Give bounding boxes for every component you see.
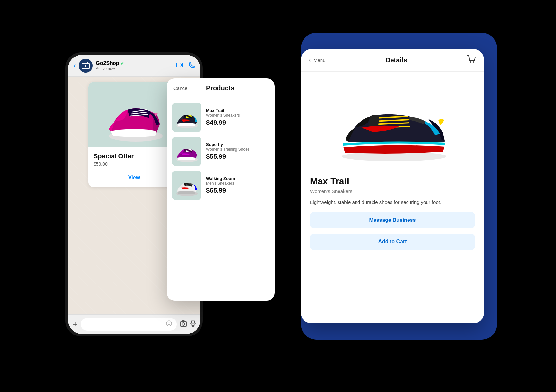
add-to-cart-button[interactable]: Add to Cart — [310, 234, 475, 250]
product-thumbnail-1 — [172, 103, 201, 132]
svg-point-10 — [168, 323, 169, 323]
chat-input[interactable] — [81, 318, 177, 331]
product-card-divider — [94, 171, 175, 171]
chat-header: ‹ Go2Shop ✓ Active now — [68, 55, 200, 77]
product-card-view-button[interactable]: View — [94, 175, 175, 182]
product-name-2: Superfly — [206, 142, 250, 147]
chat-name: Go2Shop ✓ — [96, 60, 173, 66]
detail-panel-body: Max Trail Women's Sneakers Lightweight, … — [301, 170, 484, 323]
list-item[interactable]: Max Trail Women's Sneakers $49.99 — [172, 103, 269, 132]
product-price-1: $49.99 — [206, 119, 240, 126]
svg-rect-4 — [176, 63, 181, 67]
shop-avatar — [79, 59, 93, 73]
svg-point-26 — [470, 61, 471, 63]
product-card[interactable]: Special Offer $50.00 View — [88, 82, 180, 187]
cart-icon[interactable] — [467, 55, 476, 65]
svg-point-13 — [182, 323, 185, 325]
verified-badge: ✓ — [120, 61, 124, 66]
cancel-button[interactable]: Cancel — [173, 85, 189, 91]
scene: ‹ Go2Shop ✓ Active now — [65, 33, 491, 359]
product-price-2: $55.99 — [206, 153, 250, 160]
product-info-3: Walking Zoom Men's Sneakers $65.99 — [206, 176, 235, 194]
products-panel: Cancel Products — [167, 78, 275, 301]
product-name-3: Walking Zoom — [206, 176, 235, 181]
product-card-image — [88, 82, 180, 147]
camera-icon[interactable] — [180, 320, 187, 329]
detail-panel: ‹ Menu Details — [301, 49, 484, 323]
product-info-2: Superfly Women's Training Shoes $55.99 — [206, 142, 250, 160]
products-panel-title: Products — [206, 84, 235, 92]
detail-back-button[interactable]: ‹ — [309, 57, 311, 64]
message-business-button[interactable]: Message Business — [310, 212, 475, 228]
products-panel-header: Cancel Products — [167, 78, 275, 98]
chat-header-icons — [176, 62, 195, 70]
product-name-1: Max Trail — [206, 108, 240, 113]
svg-point-9 — [166, 321, 172, 326]
product-card-body: Special Offer $50.00 View — [88, 147, 180, 187]
chat-status: Active now — [96, 66, 173, 71]
detail-product-description: Lightweight, stable and durable shoes fo… — [310, 199, 475, 206]
product-subtitle-2: Women's Training Shoes — [206, 147, 250, 152]
product-card-price: $50.00 — [94, 161, 175, 167]
add-icon[interactable]: + — [73, 319, 78, 329]
detail-panel-title: Details — [328, 57, 464, 64]
svg-point-27 — [473, 61, 474, 63]
product-card-title: Special Offer — [94, 153, 175, 160]
list-item[interactable]: Walking Zoom Men's Sneakers $65.99 — [172, 171, 269, 200]
detail-menu-label[interactable]: Menu — [313, 57, 326, 63]
product-price-3: $65.99 — [206, 187, 235, 194]
products-list: Max Trail Women's Sneakers $49.99 — [167, 98, 275, 301]
svg-rect-14 — [192, 320, 194, 324]
list-item[interactable]: Superfly Women's Training Shoes $55.99 — [172, 137, 269, 166]
call-icon[interactable] — [189, 62, 195, 70]
video-icon[interactable] — [176, 62, 183, 70]
mic-icon[interactable] — [190, 320, 196, 329]
product-subtitle-1: Women's Sneakers — [206, 113, 240, 118]
sticker-icon — [166, 320, 172, 328]
detail-panel-header: ‹ Menu Details — [301, 49, 484, 72]
product-thumbnail-3 — [172, 171, 201, 200]
product-thumbnail-2 — [172, 137, 201, 166]
product-subtitle-3: Men's Sneakers — [206, 181, 235, 186]
detail-product-image — [301, 72, 484, 170]
chat-header-info: Go2Shop ✓ Active now — [96, 60, 173, 71]
detail-product-subtitle: Women's Sneakers — [310, 188, 475, 194]
detail-product-name: Max Trail — [310, 176, 475, 187]
back-arrow-icon[interactable]: ‹ — [73, 61, 76, 70]
svg-point-11 — [170, 323, 170, 323]
chat-footer: + — [68, 314, 200, 334]
product-info-1: Max Trail Women's Sneakers $49.99 — [206, 108, 240, 126]
